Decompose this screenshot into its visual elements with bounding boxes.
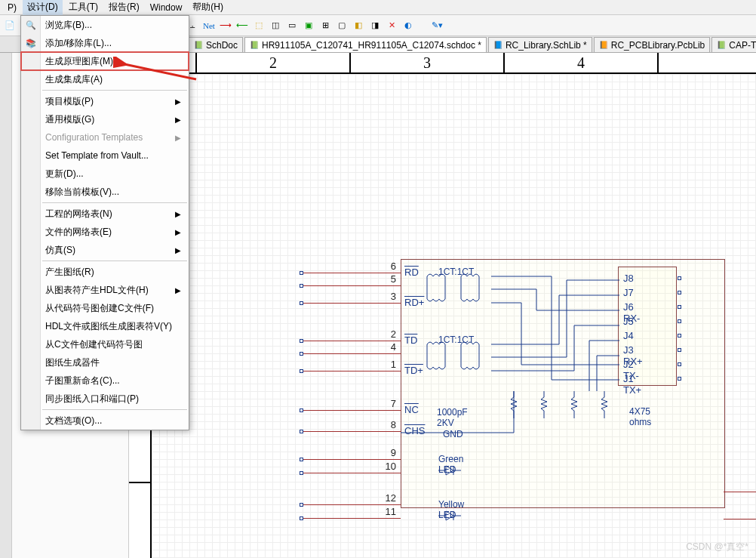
internal-wires — [401, 259, 725, 516]
pin-number: 2 — [380, 328, 396, 340]
menu-item: Configuration Templates▶ — [21, 128, 189, 146]
menu-item-label: 从代码符号图创建C文件(F) — [45, 302, 154, 315]
toolbar-icon[interactable]: ⟵ — [235, 19, 249, 32]
menu-item[interactable]: 同步图纸入口和端口(P) — [21, 390, 189, 408]
menu-item[interactable]: 文档选项(O)... — [21, 412, 189, 430]
menu-item[interactable]: 生成原理图库(M) — [21, 52, 189, 70]
menu-item[interactable]: 更新(D)... — [21, 165, 189, 183]
menu-item[interactable]: 仿真(S)▶ — [21, 241, 189, 259]
menu-item[interactable]: 🔍浏览库(B)... — [21, 16, 189, 34]
ruler-cell: C — [129, 482, 150, 558]
menu-item[interactable]: 生成集成库(A) — [21, 70, 189, 88]
menubar[interactable]: P) 设计(D) 工具(T) 报告(R) Window 帮助(H) — [0, 0, 756, 15]
toolbar-icon[interactable]: ▭ — [285, 19, 299, 32]
wire — [303, 518, 401, 519]
menu-item-label: 项目模版(P) — [45, 95, 94, 108]
tab-label: SchDoc — [206, 40, 238, 51]
tab-cap-th[interactable]: 📗CAP-TH_L7.5-W5.0-P10.00 — [711, 37, 756, 52]
menu-item-label: 通用模版(G) — [45, 113, 94, 126]
tab-hr911105a[interactable]: 📗HR911105A_C120741_HR911105A_C12074.schd… — [244, 37, 487, 52]
sidebar-handle[interactable] — [0, 53, 12, 558]
toolbar-icon[interactable]: ▢ — [335, 19, 349, 32]
brush-icon[interactable]: ✎▾ — [430, 19, 444, 32]
pin-endpoint — [300, 339, 303, 343]
menu-item-label: 仿真(S) — [45, 244, 75, 257]
menu-help[interactable]: 帮助(H) — [188, 0, 228, 15]
pin-number: 6 — [380, 261, 396, 272]
menu-p[interactable]: P) — [3, 1, 21, 14]
menu-item-icon: 📚 — [24, 39, 38, 48]
menu-item-label: 子图重新命名(C)... — [45, 375, 120, 387]
menu-reports[interactable]: 报告(R) — [104, 0, 144, 15]
ruler-cell: 3 — [351, 53, 505, 72]
pin-number: 4 — [380, 341, 396, 353]
menu-item[interactable]: 项目模版(P)▶ — [21, 92, 189, 110]
separator — [42, 90, 187, 91]
menu-item-label: 同步图纸入口和端口(P) — [45, 393, 139, 405]
wire — [303, 473, 401, 473]
toolbar-icon[interactable]: ⟶ — [219, 19, 232, 32]
separator — [42, 409, 187, 410]
menu-item[interactable]: 通用模版(G)▶ — [21, 110, 189, 128]
wire — [303, 504, 401, 505]
menu-item[interactable]: 子图重新命名(C)... — [21, 371, 189, 390]
tab-rc-pcblib[interactable]: 📙RC_PCBLibrary.PcbLib — [594, 37, 711, 52]
menu-item-icon: 🔍 — [24, 20, 38, 30]
menu-item[interactable]: HDL文件或图纸生成图表符V(Y) — [21, 317, 189, 335]
tab-label: HR911105A_C120741_HR911105A_C12074.schdo… — [262, 40, 481, 51]
toolbar-icon[interactable]: ◧ — [352, 19, 365, 32]
menu-item-label: Configuration Templates — [45, 132, 143, 143]
menu-design[interactable]: 设计(D) — [23, 0, 63, 15]
menu-item[interactable]: 工程的网络表(N)▶ — [21, 205, 189, 223]
toolbar-icon[interactable]: ▣ — [302, 19, 315, 32]
doc-icon: 📘 — [493, 41, 502, 50]
doc-icon: 📗 — [250, 41, 259, 50]
menu-item[interactable]: 图纸生成器件 — [21, 353, 189, 371]
toolbar-icon[interactable]: 📄 — [3, 19, 17, 32]
pin-number: 11 — [380, 506, 396, 517]
pin-endpoint — [300, 271, 303, 275]
tab-schdoc[interactable]: 📗SchDoc — [189, 37, 243, 52]
toolbar-icon[interactable]: Net — [202, 19, 216, 32]
menu-window[interactable]: Window — [146, 1, 187, 14]
pin-endpoint — [300, 458, 303, 461]
menu-item[interactable]: 从C文件创建代码符号图 — [21, 335, 189, 353]
menu-item[interactable]: 从代码符号图创建C文件(F) — [21, 299, 189, 317]
menu-item-label: 更新(D)... — [45, 168, 84, 180]
toolbar-icon[interactable]: ◨ — [368, 19, 382, 32]
menu-item-label: 工程的网络表(N) — [45, 208, 112, 220]
ruler-cell: 2 — [197, 53, 351, 72]
menu-item-label: 生成集成库(A) — [45, 73, 103, 86]
toolbar-icon[interactable]: ✕ — [385, 19, 398, 32]
submenu-arrow-icon: ▶ — [175, 97, 181, 106]
submenu-arrow-icon: ▶ — [175, 134, 181, 142]
toolbar-icon[interactable]: ⬚ — [252, 19, 266, 32]
menu-item[interactable]: 文件的网络表(E)▶ — [21, 223, 189, 241]
menu-item-label: Set Template from Vault... — [45, 150, 149, 161]
wire — [724, 492, 756, 492]
doc-icon: 📗 — [717, 41, 726, 50]
menu-item[interactable]: 产生图纸(R) — [21, 263, 189, 281]
menu-item[interactable]: 📚添加/移除库(L)... — [21, 34, 189, 52]
pin-number: 12 — [380, 492, 396, 504]
design-menu-dropdown[interactable]: 🔍浏览库(B)...📚添加/移除库(L)...生成原理图库(M)生成集成库(A)… — [20, 15, 189, 430]
toolbar-icon[interactable]: ◐ — [401, 19, 415, 32]
canvas[interactable]: 6RD53RD+2TD41TD+7NC8CHS9101211 1CT:1CT 1… — [152, 74, 756, 558]
pin-number: 10 — [380, 461, 396, 472]
toolbar-icon[interactable]: ⊞ — [318, 19, 332, 32]
toolbar-icon[interactable]: ◫ — [269, 19, 282, 32]
menu-item-label: 图纸生成器件 — [45, 356, 100, 369]
pin-endpoint — [300, 352, 303, 356]
doc-icon: 📗 — [194, 41, 203, 50]
menu-item-label: 移除当前模板(V)... — [45, 186, 119, 199]
pin-endpoint — [300, 471, 303, 475]
submenu-arrow-icon: ▶ — [175, 286, 181, 294]
menu-item[interactable]: Set Template from Vault... — [21, 146, 189, 165]
menu-item-label: 浏览库(B)... — [45, 19, 92, 32]
pin-endpoint — [300, 430, 303, 433]
menu-tools[interactable]: 工具(T) — [64, 0, 103, 15]
menu-item[interactable]: 从图表符产生HDL文件(H)▶ — [21, 281, 189, 299]
wire — [303, 285, 401, 286]
menu-item[interactable]: 移除当前模板(V)... — [21, 183, 189, 201]
tab-rc-schlib[interactable]: 📘RC_Library.SchLib * — [488, 37, 592, 52]
